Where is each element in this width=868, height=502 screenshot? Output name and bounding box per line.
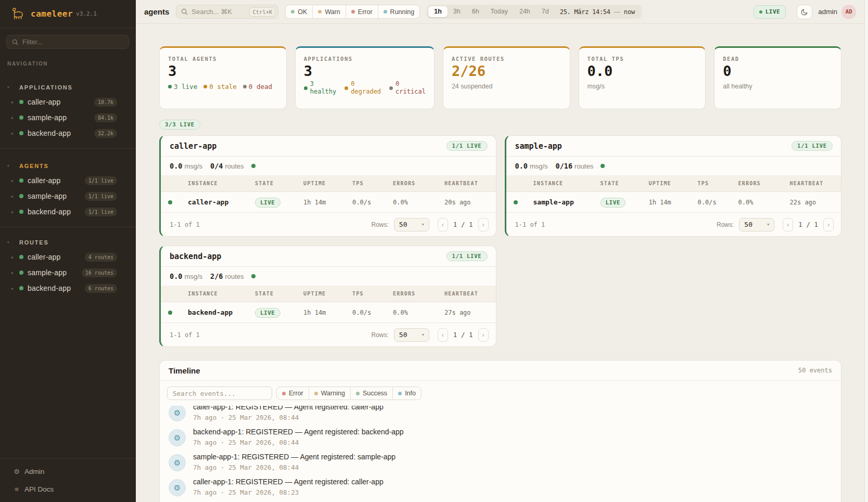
next-page-button[interactable]: › [478,328,489,342]
avatar[interactable]: AD [841,5,856,19]
app-version: v3.2.1 [76,10,97,17]
status-dot [351,10,355,14]
theme-toggle-button[interactable] [797,5,812,19]
status-filter-running[interactable]: Running [378,5,420,18]
sidebar-item-caller-app[interactable]: ▸caller-app10.7k [0,94,136,110]
sidebar-item-badge: 16 routes [82,268,117,277]
rows-per-page-select[interactable]: 50▾ [394,328,429,342]
status-filter-ok[interactable]: OK [286,5,312,18]
gear-icon: ⚙ [12,468,21,475]
date-range-separator: — [614,8,620,16]
sidebar-item-label: caller-app [28,176,60,185]
chevron-right-icon: ▸ [11,100,16,105]
sidebar-filter-input[interactable]: Filter... [6,35,129,49]
stat-breakdown-item: 3healthy [304,80,337,96]
time-range-6h[interactable]: 6h [466,6,485,17]
sidebar-item-backend-app[interactable]: ▸backend-app32.2k [0,125,136,141]
pagination: 1-1 of 1Rows:50▾‹1 / 1› [161,213,496,236]
sidebar-item-backend-app[interactable]: ▸backend-app6 routes [0,280,136,296]
timeline-event[interactable]: ⚙caller-app-1: REGISTERED — Agent regist… [169,478,833,496]
timeline-event[interactable]: ⚙sample-app-1: REGISTERED — Agent regist… [169,453,833,471]
app-routes-value: 2/6 [210,272,223,280]
gear-icon: ⚙ [169,429,186,446]
stat-card-total-agents: TOTAL AGENTS33 live0 stale0 dead [159,46,287,109]
pagination-range: 1-1 of 1 [170,331,200,339]
app-tps-value: 0.0 [170,162,182,170]
stat-breakdown-item: 3 live [168,83,197,91]
timeline-filter-group: ErrorWarningSuccessInfo [276,387,422,400]
stat-value: 0.0 [588,64,697,78]
previous-page-button[interactable]: ‹ [438,218,448,231]
rows-per-page-select[interactable]: 50▾ [394,218,429,231]
sidebar-section-header[interactable]: ▾APPLICATIONS [0,84,136,91]
rows-per-page-value: 50 [399,221,407,228]
event-timestamp: 7h ago · 25 Mar 2026, 08:44 [193,439,404,446]
app-routes-value: 0/16 [556,162,573,170]
next-page-button[interactable]: › [823,218,834,231]
timeline-filter-error[interactable]: Error [277,387,309,400]
next-page-button[interactable]: › [478,218,489,231]
column-header-heartbeat: HEARTBEAT [444,181,496,186]
sidebar-item-badge: 84.1k [94,113,117,122]
status-dot [344,86,348,90]
stat-breakdown-item: 0 dead [243,83,272,91]
search-input[interactable]: Search... ⌘K Ctrl+K [176,5,278,19]
timeline-filter-warning[interactable]: Warning [309,387,350,400]
status-dot [168,85,172,88]
sidebar-footer-item-api-docs[interactable]: ≡API Docs [0,480,136,498]
sidebar-item-sample-app[interactable]: ▸sample-app1/1 live [0,188,136,204]
sidebar-item-label: backend-app [28,208,71,216]
stat-card-total-tps: TOTAL TPS0.0msg/s [579,46,706,109]
app-health-dot [251,164,256,168]
event-timestamp: 7h ago · 25 Mar 2026, 08:44 [193,464,395,471]
time-range-7d[interactable]: 7d [536,6,555,17]
column-header-instance: INSTANCE [180,291,255,297]
timeline-event[interactable]: ⚙caller-app-1: REGISTERED — Agent regist… [169,406,833,421]
event-title: backend-app-1: REGISTERED — Agent regist… [193,428,404,436]
stat-label: APPLICATIONS [304,56,426,62]
status-filter-error[interactable]: Error [346,5,378,18]
rows-per-page-select[interactable]: 50▾ [739,218,774,231]
previous-page-button[interactable]: ‹ [438,328,448,342]
table-row[interactable]: backend-appLIVE1h 14m0.0/s0.0%27s ago [161,302,496,323]
table-row[interactable]: caller-appLIVE1h 14m0.0/s0.0%20s ago [161,192,496,213]
sidebar-footer-item-admin[interactable]: ⚙Admin [0,462,136,480]
status-dot [19,286,23,290]
timeline-search-input[interactable]: Search events... [167,387,272,400]
instance-name: backend-app [180,308,255,316]
sidebar-section-header[interactable]: ▾AGENTS [0,162,136,170]
sidebar-item-caller-app[interactable]: ▸caller-app1/1 live [0,173,136,188]
time-range-24h[interactable]: 24h [514,6,536,17]
timeline-filter-success[interactable]: Success [350,387,392,400]
date-range-end[interactable]: now [624,8,635,16]
timeline-filter-info[interactable]: Info [392,387,421,400]
date-range-start[interactable]: 25. März 14:54 [560,8,610,16]
page-scrollbar[interactable] [864,0,868,502]
chevron-right-icon: ▸ [11,255,16,260]
sidebar-item-badge: 6 routes [85,284,117,293]
stat-breakdown-text: 3 live [174,83,197,91]
time-range-1h[interactable]: 1h [428,6,448,17]
time-range-3h[interactable]: 3h [448,6,466,17]
chevron-right-icon: ▸ [11,178,16,183]
table-header: INSTANCESTATEUPTIMETPSERRORSHEARTBEAT [161,286,496,302]
sidebar-section-header[interactable]: ▾ROUTES [0,239,136,246]
event-timestamp: 7h ago · 25 Mar 2026, 08:23 [193,488,384,496]
timeline-event[interactable]: ⚙backend-app-1: REGISTERED — Agent regis… [169,428,833,446]
sidebar-item-backend-app[interactable]: ▸backend-app1/1 live [0,204,136,220]
time-range-today[interactable]: Today [485,6,514,17]
sidebar-item-caller-app[interactable]: ▸caller-app4 routes [0,249,136,265]
status-filter-warn[interactable]: Warn [312,5,345,18]
sidebar-item-sample-app[interactable]: ▸sample-app84.1k [0,110,136,125]
previous-page-button[interactable]: ‹ [783,218,793,231]
stat-value: 0 [723,64,833,78]
sidebar-section-routes: ▾ROUTES▸caller-app4 routes▸sample-app16 … [0,227,136,303]
health-count: 0 [395,80,426,88]
table-row[interactable]: sample-appLIVE1h 14m0.0/s0.0%22s ago [506,192,841,213]
stat-breakdown-text: 0 dead [249,83,272,91]
app-tps-unit: msg/s [184,273,202,280]
time-range-group: 1h3h6hToday24h7d25. März 14:54—now [427,5,642,19]
sidebar-item-sample-app[interactable]: ▸sample-app16 routes [0,265,136,280]
sidebar-item-label: sample-app [28,113,67,122]
chevron-down-icon: ▾ [7,164,12,168]
